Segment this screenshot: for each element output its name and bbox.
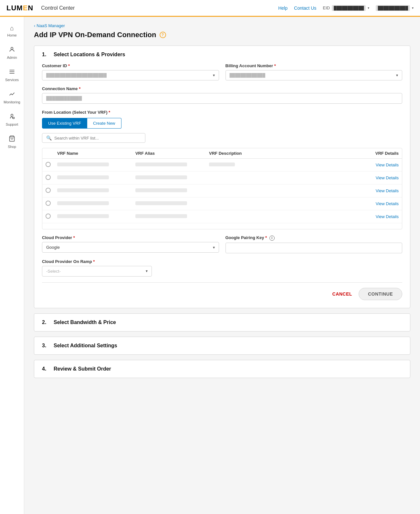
row-radio-5[interactable] — [42, 210, 54, 223]
row-vrf-name-4 — [54, 197, 132, 210]
form-row-customer: Customer ID * ██████████████████████ ▾ B… — [42, 63, 402, 80]
layout: ⌂ Home Admin Services Monitoring Suppo — [0, 17, 420, 514]
home-icon: ⌂ — [10, 25, 14, 32]
on-ramp-select[interactable]: -Select- ▾ — [42, 266, 152, 277]
row-vrf-desc-3 — [206, 184, 317, 197]
step-card-3: 3. Select Additional Settings — [34, 337, 410, 355]
page-help-icon[interactable]: ? — [160, 32, 166, 38]
row-vrf-desc-1 — [206, 159, 317, 172]
row-vrf-details-4: View Details — [317, 197, 402, 210]
connection-name-label: Connection Name * — [42, 86, 402, 91]
vrf-table-wrapper: VRF Name VRF Alias VRF Description VRF D… — [42, 148, 402, 229]
billing-required: * — [274, 63, 276, 68]
row-vrf-name-3 — [54, 184, 132, 197]
billing-select[interactable]: █████████████ ▾ — [226, 70, 403, 80]
row-vrf-desc-4 — [206, 197, 317, 210]
radio-btn-2[interactable] — [46, 175, 51, 180]
col-radio — [42, 148, 54, 159]
monitoring-icon — [9, 91, 15, 99]
cloud-provider-select[interactable]: Google ▾ — [42, 242, 219, 253]
services-icon — [9, 68, 15, 77]
breadcrumb[interactable]: ‹ NaaS Manager — [34, 23, 410, 28]
form-group-billing: Billing Account Number * █████████████ ▾ — [226, 63, 403, 80]
shop-icon — [9, 135, 15, 143]
user-value: ███████████ — [376, 5, 410, 11]
row-vrf-name-1 — [54, 159, 132, 172]
view-details-link-5[interactable]: View Details — [376, 214, 399, 219]
continue-button[interactable]: CONTINUE — [359, 288, 402, 300]
step-2-header[interactable]: 2. Select Bandwidth & Price — [34, 314, 410, 331]
vrf-search-input[interactable] — [54, 136, 141, 141]
button-row: CANCEL CONTINUE — [42, 282, 402, 300]
row-vrf-alias-2 — [132, 172, 206, 184]
help-link[interactable]: Help — [278, 5, 288, 11]
google-pairing-label: Google Pairing Key * i — [226, 235, 403, 241]
sidebar-item-admin[interactable]: Admin — [0, 42, 24, 64]
sidebar: ⌂ Home Admin Services Monitoring Suppo — [0, 17, 24, 514]
sidebar-item-label-shop: Shop — [8, 145, 16, 149]
sidebar-item-home[interactable]: ⌂ Home — [0, 20, 24, 42]
sidebar-item-services[interactable]: Services — [0, 64, 24, 86]
step-1-title: Select Locations & Providers — [54, 52, 125, 58]
row-vrf-details-5: View Details — [317, 210, 402, 223]
form-row-connection: Connection Name * — [42, 86, 402, 104]
vrf-tabs: Use Existing VRF Create New — [42, 118, 402, 129]
row-radio-3[interactable] — [42, 184, 54, 197]
customer-id-select[interactable]: ██████████████████████ ▾ — [42, 70, 219, 80]
view-details-link-2[interactable]: View Details — [376, 175, 399, 180]
sidebar-item-monitoring[interactable]: Monitoring — [0, 86, 24, 109]
from-location-label-row: From Location (Select Your VRF) * — [42, 110, 402, 115]
eid-value: ███████████ — [332, 5, 366, 11]
row-radio-2[interactable] — [42, 172, 54, 184]
sidebar-item-label-support: Support — [6, 122, 18, 126]
contact-link[interactable]: Contact Us — [294, 5, 316, 11]
view-details-link-3[interactable]: View Details — [376, 188, 399, 193]
eid-dropdown-arrow[interactable]: ▾ — [368, 6, 369, 10]
form-group-connection-name: Connection Name * — [42, 86, 402, 104]
step-3-header[interactable]: 3. Select Additional Settings — [34, 337, 410, 354]
radio-btn-3[interactable] — [46, 188, 51, 193]
billing-value: █████████████ — [230, 73, 266, 78]
form-row-on-ramp: Cloud Provider On Ramp * -Select- ▾ — [42, 259, 402, 277]
table-row: View Details — [42, 172, 402, 184]
col-vrf-alias: VRF Alias — [132, 148, 206, 159]
view-details-link-4[interactable]: View Details — [376, 201, 399, 206]
cloud-provider-required: * — [73, 235, 75, 240]
view-details-link-1[interactable]: View Details — [376, 163, 399, 167]
vrf-table-inner[interactable]: VRF Name VRF Alias VRF Description VRF D… — [42, 148, 402, 229]
sidebar-item-shop[interactable]: Shop — [0, 131, 24, 153]
top-nav: LUMEN Control Center Help Contact Us EID… — [0, 0, 420, 17]
svg-point-0 — [11, 47, 13, 49]
page-title: Add IP VPN On-Demand Connection ? — [34, 31, 410, 39]
radio-btn-1[interactable] — [46, 162, 51, 167]
vrf-tab-existing[interactable]: Use Existing VRF — [42, 118, 87, 129]
row-radio-4[interactable] — [42, 197, 54, 210]
cancel-button[interactable]: CANCEL — [332, 291, 352, 297]
row-vrf-details-1: View Details — [317, 159, 402, 172]
cloud-provider-value: Google — [46, 245, 60, 250]
connection-name-input[interactable] — [42, 93, 402, 104]
customer-id-label: Customer ID * — [42, 63, 219, 68]
col-vrf-details: VRF Details — [317, 148, 402, 159]
row-vrf-desc-5 — [206, 210, 317, 223]
main-content: ‹ NaaS Manager Add IP VPN On-Demand Conn… — [24, 17, 420, 514]
breadcrumb-arrow: ‹ — [34, 23, 35, 28]
vrf-table: VRF Name VRF Alias VRF Description VRF D… — [42, 148, 402, 223]
sidebar-item-support[interactable]: Support — [0, 109, 24, 131]
on-ramp-label: Cloud Provider On Ramp * — [42, 259, 152, 264]
google-pairing-input[interactable] — [226, 243, 403, 253]
customer-id-arrow: ▾ — [213, 73, 215, 78]
support-icon — [9, 113, 15, 121]
google-pairing-info-icon[interactable]: i — [269, 236, 275, 241]
row-radio-1[interactable] — [42, 159, 54, 172]
step-4-header[interactable]: 4. Review & Submit Order — [34, 360, 410, 378]
user-dropdown-arrow[interactable]: ▾ — [412, 6, 414, 10]
radio-btn-5[interactable] — [46, 214, 51, 219]
radio-btn-4[interactable] — [46, 201, 51, 206]
breadcrumb-parent[interactable]: NaaS Manager — [37, 23, 65, 28]
form-group-customer-id: Customer ID * ██████████████████████ ▾ — [42, 63, 219, 80]
step-1-body: Customer ID * ██████████████████████ ▾ B… — [34, 63, 410, 308]
cloud-provider-label: Cloud Provider * — [42, 235, 219, 240]
svg-point-4 — [11, 114, 13, 116]
vrf-tab-create-new[interactable]: Create New — [87, 118, 121, 129]
